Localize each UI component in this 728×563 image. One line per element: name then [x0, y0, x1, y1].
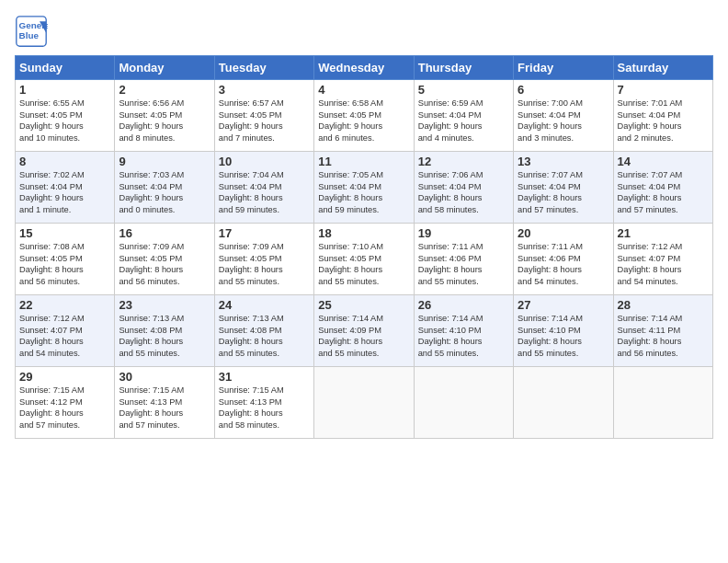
calendar-cell: 2Sunrise: 6:56 AM Sunset: 4:05 PM Daylig… [115, 80, 214, 152]
day-number: 9 [119, 155, 210, 168]
calendar-cell: 5Sunrise: 6:59 AM Sunset: 4:04 PM Daylig… [414, 80, 513, 152]
cell-info: Sunrise: 6:57 AM Sunset: 4:05 PM Dayligh… [219, 98, 310, 144]
cell-info: Sunrise: 7:11 AM Sunset: 4:06 PM Dayligh… [418, 241, 509, 287]
header: General Blue [15, 15, 713, 48]
cell-info: Sunrise: 7:12 AM Sunset: 4:07 PM Dayligh… [618, 241, 709, 287]
cell-info: Sunrise: 7:15 AM Sunset: 4:12 PM Dayligh… [19, 385, 110, 431]
cell-info: Sunrise: 7:07 AM Sunset: 4:04 PM Dayligh… [518, 169, 609, 215]
day-number: 17 [219, 226, 310, 240]
cell-info: Sunrise: 7:12 AM Sunset: 4:07 PM Dayligh… [19, 313, 110, 359]
calendar-week-2: 8Sunrise: 7:02 AM Sunset: 4:04 PM Daylig… [16, 152, 713, 224]
day-number: 14 [618, 155, 709, 168]
day-number: 11 [318, 155, 409, 168]
calendar-cell: 27Sunrise: 7:14 AM Sunset: 4:10 PM Dayli… [514, 295, 613, 367]
calendar-body: 1Sunrise: 6:55 AM Sunset: 4:05 PM Daylig… [16, 80, 713, 439]
calendar-cell: 3Sunrise: 6:57 AM Sunset: 4:05 PM Daylig… [214, 80, 313, 152]
cell-info: Sunrise: 7:15 AM Sunset: 4:13 PM Dayligh… [219, 385, 310, 431]
calendar-cell: 17Sunrise: 7:09 AM Sunset: 4:05 PM Dayli… [214, 224, 313, 295]
calendar-cell [613, 367, 712, 439]
cell-info: Sunrise: 7:07 AM Sunset: 4:04 PM Dayligh… [618, 169, 709, 215]
logo-icon: General Blue [15, 15, 48, 48]
calendar-cell: 28Sunrise: 7:14 AM Sunset: 4:11 PM Dayli… [613, 295, 712, 367]
calendar-cell: 1Sunrise: 6:55 AM Sunset: 4:05 PM Daylig… [16, 80, 115, 152]
calendar-cell: 22Sunrise: 7:12 AM Sunset: 4:07 PM Dayli… [16, 295, 115, 367]
day-number: 7 [618, 83, 709, 97]
cell-info: Sunrise: 6:59 AM Sunset: 4:04 PM Dayligh… [418, 98, 509, 144]
day-number: 22 [19, 298, 110, 312]
calendar-cell [314, 367, 414, 439]
cell-info: Sunrise: 6:55 AM Sunset: 4:05 PM Dayligh… [19, 98, 110, 144]
cell-info: Sunrise: 7:05 AM Sunset: 4:04 PM Dayligh… [318, 169, 409, 215]
cell-info: Sunrise: 6:56 AM Sunset: 4:05 PM Dayligh… [119, 98, 210, 144]
day-number: 15 [19, 226, 110, 240]
calendar-cell: 9Sunrise: 7:03 AM Sunset: 4:04 PM Daylig… [115, 152, 214, 224]
calendar-week-3: 15Sunrise: 7:08 AM Sunset: 4:05 PM Dayli… [16, 224, 713, 295]
calendar-cell: 6Sunrise: 7:00 AM Sunset: 4:04 PM Daylig… [514, 80, 613, 152]
cell-info: Sunrise: 7:10 AM Sunset: 4:05 PM Dayligh… [318, 241, 409, 287]
day-number: 4 [318, 83, 409, 97]
logo: General Blue [15, 15, 51, 48]
cell-info: Sunrise: 7:00 AM Sunset: 4:04 PM Dayligh… [518, 98, 609, 144]
calendar-cell: 11Sunrise: 7:05 AM Sunset: 4:04 PM Dayli… [314, 152, 414, 224]
day-number: 27 [518, 298, 609, 312]
day-number: 16 [119, 226, 210, 240]
cell-info: Sunrise: 7:06 AM Sunset: 4:04 PM Dayligh… [418, 169, 509, 215]
calendar-cell: 14Sunrise: 7:07 AM Sunset: 4:04 PM Dayli… [613, 152, 712, 224]
calendar-cell: 30Sunrise: 7:15 AM Sunset: 4:13 PM Dayli… [115, 367, 214, 439]
day-number: 24 [219, 298, 310, 312]
calendar-cell: 8Sunrise: 7:02 AM Sunset: 4:04 PM Daylig… [16, 152, 115, 224]
calendar-cell: 21Sunrise: 7:12 AM Sunset: 4:07 PM Dayli… [613, 224, 712, 295]
weekday-header-thursday: Thursday [414, 56, 513, 80]
cell-info: Sunrise: 7:14 AM Sunset: 4:10 PM Dayligh… [518, 313, 609, 359]
day-number: 18 [318, 226, 409, 240]
day-number: 12 [418, 155, 509, 168]
calendar-cell: 7Sunrise: 7:01 AM Sunset: 4:04 PM Daylig… [613, 80, 712, 152]
calendar-cell: 23Sunrise: 7:13 AM Sunset: 4:08 PM Dayli… [115, 295, 214, 367]
calendar-header: SundayMondayTuesdayWednesdayThursdayFrid… [16, 56, 713, 80]
day-number: 19 [418, 226, 509, 240]
cell-info: Sunrise: 7:15 AM Sunset: 4:13 PM Dayligh… [119, 385, 210, 431]
calendar-cell: 19Sunrise: 7:11 AM Sunset: 4:06 PM Dayli… [414, 224, 513, 295]
cell-info: Sunrise: 7:14 AM Sunset: 4:10 PM Dayligh… [418, 313, 509, 359]
cell-info: Sunrise: 7:02 AM Sunset: 4:04 PM Dayligh… [19, 169, 110, 215]
calendar-week-5: 29Sunrise: 7:15 AM Sunset: 4:12 PM Dayli… [16, 367, 713, 439]
cell-info: Sunrise: 7:04 AM Sunset: 4:04 PM Dayligh… [219, 169, 310, 215]
weekday-header-wednesday: Wednesday [314, 56, 414, 80]
cell-info: Sunrise: 7:01 AM Sunset: 4:04 PM Dayligh… [618, 98, 709, 144]
day-number: 6 [518, 83, 609, 97]
day-number: 29 [19, 370, 110, 384]
cell-info: Sunrise: 7:14 AM Sunset: 4:09 PM Dayligh… [318, 313, 409, 359]
day-number: 20 [518, 226, 609, 240]
day-number: 10 [219, 155, 310, 168]
calendar-cell [414, 367, 513, 439]
weekday-header-tuesday: Tuesday [214, 56, 313, 80]
weekday-header-monday: Monday [115, 56, 214, 80]
calendar-cell: 16Sunrise: 7:09 AM Sunset: 4:05 PM Dayli… [115, 224, 214, 295]
day-number: 28 [618, 298, 709, 312]
day-number: 21 [618, 226, 709, 240]
calendar-cell: 10Sunrise: 7:04 AM Sunset: 4:04 PM Dayli… [214, 152, 313, 224]
weekday-header-row: SundayMondayTuesdayWednesdayThursdayFrid… [16, 56, 713, 80]
cell-info: Sunrise: 7:13 AM Sunset: 4:08 PM Dayligh… [219, 313, 310, 359]
day-number: 25 [318, 298, 409, 312]
calendar-cell: 4Sunrise: 6:58 AM Sunset: 4:05 PM Daylig… [314, 80, 414, 152]
cell-info: Sunrise: 7:13 AM Sunset: 4:08 PM Dayligh… [119, 313, 210, 359]
cell-info: Sunrise: 7:08 AM Sunset: 4:05 PM Dayligh… [19, 241, 110, 287]
calendar-cell: 29Sunrise: 7:15 AM Sunset: 4:12 PM Dayli… [16, 367, 115, 439]
calendar-cell: 18Sunrise: 7:10 AM Sunset: 4:05 PM Dayli… [314, 224, 414, 295]
calendar-table: SundayMondayTuesdayWednesdayThursdayFrid… [15, 55, 713, 439]
cell-info: Sunrise: 7:11 AM Sunset: 4:06 PM Dayligh… [518, 241, 609, 287]
day-number: 13 [518, 155, 609, 168]
calendar-cell: 12Sunrise: 7:06 AM Sunset: 4:04 PM Dayli… [414, 152, 513, 224]
svg-text:Blue: Blue [19, 30, 40, 40]
calendar-cell [514, 367, 613, 439]
day-number: 3 [219, 83, 310, 97]
day-number: 5 [418, 83, 509, 97]
calendar-week-4: 22Sunrise: 7:12 AM Sunset: 4:07 PM Dayli… [16, 295, 713, 367]
calendar-cell: 20Sunrise: 7:11 AM Sunset: 4:06 PM Dayli… [514, 224, 613, 295]
cell-info: Sunrise: 7:14 AM Sunset: 4:11 PM Dayligh… [618, 313, 709, 359]
day-number: 26 [418, 298, 509, 312]
cell-info: Sunrise: 7:09 AM Sunset: 4:05 PM Dayligh… [119, 241, 210, 287]
calendar-week-1: 1Sunrise: 6:55 AM Sunset: 4:05 PM Daylig… [16, 80, 713, 152]
cell-info: Sunrise: 7:09 AM Sunset: 4:05 PM Dayligh… [219, 241, 310, 287]
